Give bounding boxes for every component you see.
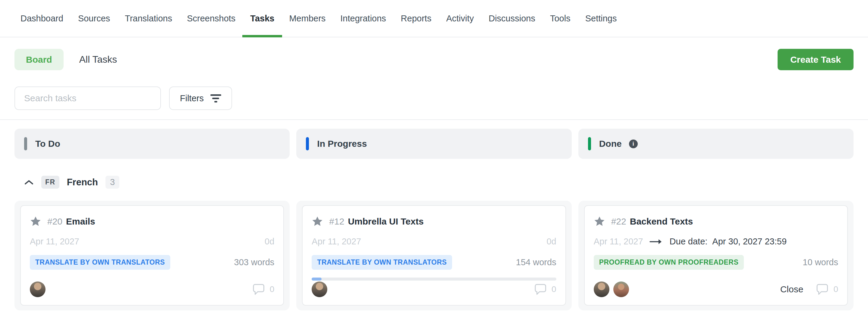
lane-todo: #20 Emails Apr 11, 2027 0d TRANSLATE BY … — [14, 201, 290, 310]
comment-count: 0 — [833, 284, 838, 294]
task-type-badge: TRANSLATE BY OWN TRANSLATORS — [30, 255, 170, 270]
nav-item-translations[interactable]: Translations — [125, 0, 172, 37]
task-title: Emails — [66, 216, 95, 227]
comment-icon[interactable] — [253, 283, 265, 295]
task-card-22[interactable]: #22 Backend Texts Apr 11, 2027 Due date:… — [584, 205, 848, 306]
card-date-row: Apr 11, 2027 0d — [30, 237, 274, 246]
tab-board[interactable]: Board — [14, 49, 64, 70]
card-title-row: #20 Emails — [30, 216, 274, 227]
search-input[interactable] — [14, 87, 161, 110]
in-progress-color-bar — [306, 137, 309, 150]
nav-item-discussions[interactable]: Discussions — [489, 0, 535, 37]
arrow-right-icon — [649, 238, 664, 246]
tab-all-tasks[interactable]: All Tasks — [79, 54, 117, 65]
board-lanes: #20 Emails Apr 11, 2027 0d TRANSLATE BY … — [0, 189, 868, 310]
language-code-badge: FR — [41, 176, 59, 189]
start-date: Apr 11, 2027 — [594, 237, 643, 246]
card-badge-row: TRANSLATE BY OWN TRANSLATORS 154 words — [312, 255, 556, 270]
nav-item-members[interactable]: Members — [289, 0, 326, 37]
card-footer: 0 — [312, 281, 556, 297]
assignee-avatars — [312, 281, 327, 297]
comment-icon[interactable] — [534, 283, 547, 295]
due-date-value: Apr 30, 2027 23:59 — [712, 237, 786, 246]
word-count: 303 words — [234, 258, 275, 267]
close-task-button[interactable]: Close — [780, 284, 804, 295]
card-title-row: #22 Backend Texts — [594, 216, 838, 227]
language-group-header: FR French 3 — [0, 159, 868, 189]
nav-item-sources[interactable]: Sources — [78, 0, 110, 37]
card-badge-row: PROOFREAD BY OWN PROOFREADERS 10 words — [594, 255, 838, 270]
column-header-done[interactable]: Done i — [578, 129, 854, 159]
task-number: #12 — [329, 216, 344, 227]
lane-done: #22 Backend Texts Apr 11, 2027 Due date:… — [578, 201, 854, 310]
column-header-in-progress[interactable]: In Progress — [296, 129, 571, 159]
done-color-bar — [588, 137, 591, 150]
avatar[interactable] — [613, 281, 629, 297]
task-type-badge: PROOFREAD BY OWN PROOFREADERS — [594, 255, 744, 270]
card-date-row: Apr 11, 2027 Due date: Apr 30, 2027 23:5… — [594, 237, 838, 246]
create-task-button[interactable]: Create Task — [778, 49, 854, 70]
task-count-badge: 3 — [105, 176, 119, 189]
task-type-badge: TRANSLATE BY OWN TRANSLATORS — [312, 255, 452, 270]
filter-icon — [210, 94, 221, 102]
assignee-avatars — [30, 281, 45, 297]
progress-fill — [312, 277, 321, 280]
toolbar: Board All Tasks Create Task — [0, 37, 868, 70]
nav-item-activity[interactable]: Activity — [446, 0, 474, 37]
card-footer: Close 0 — [594, 281, 838, 297]
filter-row: Filters — [0, 70, 868, 110]
lane-in-progress: #12 Umbrella UI Texts Apr 11, 2027 0d TR… — [296, 201, 571, 310]
info-icon[interactable]: i — [629, 140, 638, 148]
nav-item-tools[interactable]: Tools — [550, 0, 570, 37]
column-label: Done — [599, 139, 622, 149]
nav-item-settings[interactable]: Settings — [585, 0, 617, 37]
task-card-12[interactable]: #12 Umbrella UI Texts Apr 11, 2027 0d TR… — [302, 205, 566, 306]
progress-bar — [312, 277, 556, 280]
todo-color-bar — [24, 137, 27, 150]
card-footer: 0 — [30, 281, 274, 297]
nav-item-reports[interactable]: Reports — [401, 0, 432, 37]
nav-item-screenshots[interactable]: Screenshots — [187, 0, 236, 37]
time-estimate: 0d — [265, 237, 274, 246]
star-icon[interactable] — [30, 216, 41, 227]
start-date: Apr 11, 2027 — [30, 237, 79, 246]
time-estimate: 0d — [547, 237, 556, 246]
card-title-row: #12 Umbrella UI Texts — [312, 216, 556, 227]
filters-button-label: Filters — [180, 93, 204, 103]
avatar[interactable] — [312, 281, 327, 297]
column-label: In Progress — [317, 139, 367, 149]
board-column-headers: To Do In Progress Done i — [0, 120, 868, 159]
top-nav: Dashboard Sources Translations Screensho… — [0, 0, 868, 37]
language-name: French — [67, 177, 98, 188]
assignee-avatars — [594, 281, 629, 297]
card-date-row: Apr 11, 2027 0d — [312, 237, 556, 246]
task-number: #22 — [611, 216, 626, 227]
word-count: 10 words — [803, 258, 838, 267]
filters-button[interactable]: Filters — [169, 87, 232, 110]
start-date: Apr 11, 2027 — [312, 237, 361, 246]
column-label: To Do — [35, 139, 60, 149]
nav-item-dashboard[interactable]: Dashboard — [21, 0, 63, 37]
star-icon[interactable] — [594, 216, 605, 227]
comment-icon[interactable] — [816, 283, 828, 295]
nav-item-integrations[interactable]: Integrations — [340, 0, 386, 37]
due-date-label: Due date: — [670, 237, 708, 246]
task-card-20[interactable]: #20 Emails Apr 11, 2027 0d TRANSLATE BY … — [20, 205, 284, 306]
comment-count: 0 — [552, 284, 556, 294]
word-count: 154 words — [516, 258, 556, 267]
avatar[interactable] — [30, 281, 45, 297]
task-number: #20 — [47, 216, 62, 227]
card-badge-row: TRANSLATE BY OWN TRANSLATORS 303 words — [30, 255, 274, 270]
column-header-todo[interactable]: To Do — [14, 129, 290, 159]
avatar[interactable] — [594, 281, 610, 297]
star-icon[interactable] — [312, 216, 323, 227]
task-title: Umbrella UI Texts — [348, 216, 424, 227]
nav-item-tasks[interactable]: Tasks — [250, 0, 274, 37]
comment-count: 0 — [270, 284, 275, 294]
chevron-up-icon[interactable] — [24, 179, 34, 185]
task-title: Backend Texts — [630, 216, 693, 227]
